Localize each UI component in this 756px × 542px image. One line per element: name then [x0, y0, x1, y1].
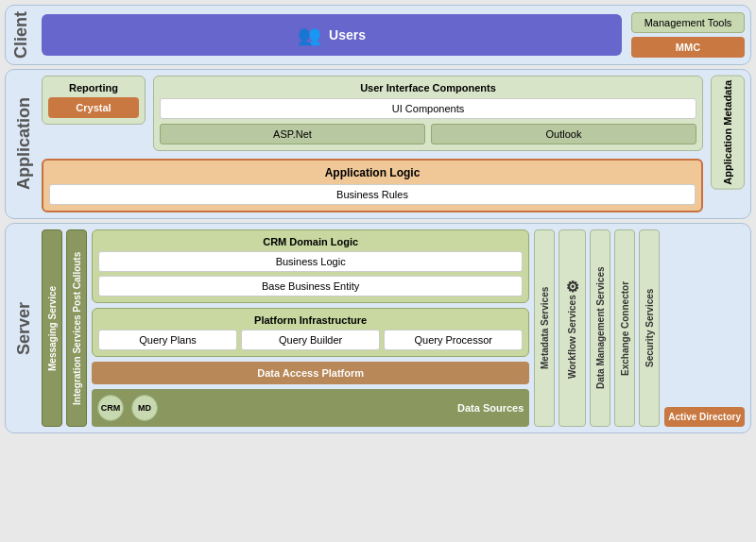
crm-domain-title: CRM Domain Logic: [98, 236, 523, 247]
users-icon: 👥: [298, 24, 321, 46]
platform-box: Platform Infrastructure Query Plans Quer…: [92, 308, 529, 357]
main-container: Client 👥 Users Management Tools MMC Appl…: [5, 5, 751, 433]
messaging-service-box: Messaging Service: [42, 229, 62, 427]
data-sources-label: Data Sources: [457, 402, 524, 414]
workflow-services-box: Workflow Services ⚙: [558, 229, 586, 427]
app-logic-box: Application Logic Business Rules: [42, 159, 703, 212]
md-badge: MD: [131, 395, 158, 421]
app-logic-title: Application Logic: [49, 166, 696, 179]
business-rules-bar: Business Rules: [49, 184, 696, 205]
management-tools-label: Management Tools: [631, 12, 745, 33]
server-center: CRM Domain Logic Business Logic Base Bus…: [92, 229, 529, 427]
asp-net-button[interactable]: ASP.Net: [160, 124, 425, 144]
application-layer: Application Reporting Crystal User Inter…: [5, 69, 751, 219]
workflow-label: Workflow Services: [567, 296, 577, 380]
ui-components-bar: UI Components: [160, 98, 696, 119]
platform-row: Query Plans Query Builder Query Processo…: [98, 330, 523, 350]
application-content: Reporting Crystal User Interface Compone…: [42, 76, 745, 212]
app-top-row: Reporting Crystal User Interface Compone…: [42, 76, 703, 151]
server-content: Messaging Service Integration Services P…: [42, 229, 745, 427]
client-layer: Client 👥 Users Management Tools MMC: [5, 5, 751, 65]
active-directory-col: Active Directory: [664, 229, 745, 427]
query-processor-button[interactable]: Query Processor: [384, 330, 523, 350]
base-business-bar: Base Business Entity: [98, 276, 523, 296]
business-logic-bar: Business Logic: [98, 251, 523, 272]
server-right-col: Metadata Services Workflow Services ⚙ Da…: [534, 229, 660, 427]
ui-comp-row: ASP.Net Outlook: [160, 124, 696, 144]
security-services-box: Security Services: [639, 229, 660, 427]
platform-title: Platform Infrastructure: [98, 314, 523, 326]
exchange-connector-box: Exchange Connector: [614, 229, 635, 427]
reporting-title: Reporting: [69, 82, 118, 93]
app-metadata-box: Application Metadata: [711, 76, 745, 190]
workflow-icon: ⚙: [563, 278, 581, 296]
metadata-services-box: Metadata Services: [534, 229, 555, 427]
data-access-bar: Data Access Platform: [92, 362, 529, 384]
app-main: Reporting Crystal User Interface Compone…: [42, 76, 703, 212]
reporting-box: Reporting Crystal: [42, 76, 146, 125]
active-directory-box: Active Directory: [664, 407, 745, 427]
data-management-box: Data Management Services: [590, 229, 610, 427]
client-content: 👥 Users Management Tools MMC: [42, 12, 745, 58]
server-label: Server: [11, 229, 36, 427]
server-left-col: Messaging Service Integration Services P…: [42, 229, 87, 427]
query-builder-button[interactable]: Query Builder: [241, 330, 380, 350]
users-box: 👥 Users: [42, 14, 622, 56]
management-tools-box: Management Tools MMC: [631, 12, 745, 58]
crystal-button[interactable]: Crystal: [48, 97, 139, 118]
data-sources-box: CRM MD Data Sources: [92, 389, 529, 427]
client-label: Client: [11, 11, 36, 59]
integration-services-box: Integration Services Post Callouts: [66, 229, 87, 427]
ui-components-box: User Interface Components UI Components …: [153, 76, 703, 151]
outlook-button[interactable]: Outlook: [431, 124, 696, 144]
crm-domain-box: CRM Domain Logic Business Logic Base Bus…: [92, 229, 529, 303]
users-label: Users: [329, 27, 366, 42]
crm-badge: CRM: [97, 395, 124, 421]
application-label: Application: [11, 76, 36, 212]
ui-components-title: User Interface Components: [160, 82, 696, 93]
mmc-box: MMC: [631, 37, 745, 58]
query-plans-button[interactable]: Query Plans: [98, 330, 237, 350]
server-layer: Server Messaging Service Integration Ser…: [5, 223, 751, 433]
